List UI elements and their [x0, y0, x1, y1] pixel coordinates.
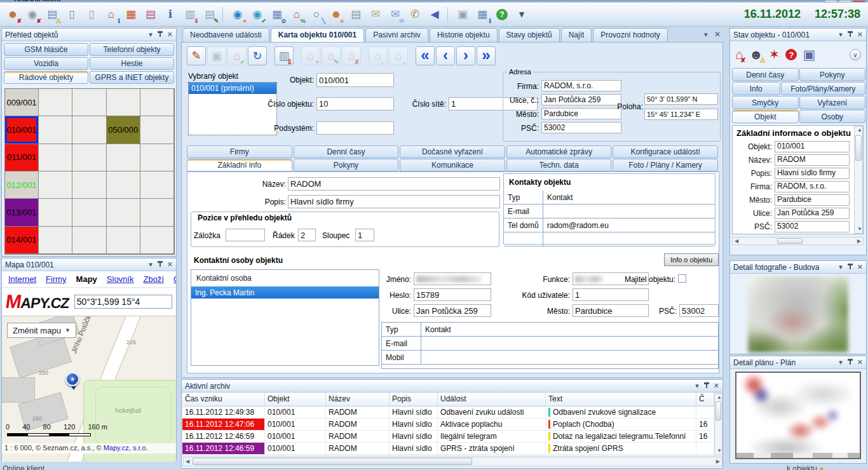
- status-button-osoby[interactable]: Osoby: [799, 110, 866, 123]
- persons-button[interactable]: ☻☻: [327, 6, 345, 24]
- grid-cell-empty[interactable]: [72, 171, 106, 199]
- grid-cell-013-001[interactable]: 013/001: [5, 199, 39, 226]
- object-contact-row[interactable]: [504, 232, 715, 246]
- owner-checkbox[interactable]: [678, 274, 686, 283]
- grid-cell-empty[interactable]: [140, 116, 174, 144]
- overview-button-telefonn-objekty[interactable]: Telefonní objekty: [90, 43, 174, 56]
- grid-cell-empty[interactable]: [107, 199, 140, 226]
- status-button-objekt[interactable]: Objekt: [732, 110, 799, 123]
- grid-cell-011-001[interactable]: 011/001: [5, 144, 39, 171]
- archive-col-ud-lost[interactable]: Událost: [438, 393, 546, 406]
- archive-row[interactable]: 16.11.2012 12:47:06010/001RADOMHlavní sí…: [182, 419, 714, 431]
- archive-pin-button[interactable]: [703, 382, 709, 389]
- person-contact-row[interactable]: E-mail: [382, 337, 718, 351]
- globe-alert-button[interactable]: ◉●: [229, 6, 247, 24]
- status-field-value[interactable]: Pardubice: [775, 194, 850, 206]
- subtab-denn-asy[interactable]: Denní časy: [294, 145, 399, 158]
- grid-cell-empty[interactable]: [72, 199, 106, 226]
- photo-close-button[interactable]: ✕: [857, 264, 863, 271]
- objects-list-button[interactable]: ▤: [142, 6, 159, 24]
- tab-pasivn-archiv[interactable]: Pasivní archiv: [365, 28, 428, 42]
- overview-button-hestie[interactable]: Hestie: [90, 57, 174, 70]
- object-map-marker[interactable]: ✶: [65, 372, 79, 386]
- first-object-button[interactable]: «: [416, 46, 435, 65]
- contact-person-list[interactable]: Kontaktní osoba Ing. Pecka Martin: [191, 269, 379, 366]
- info-button[interactable]: ℹ: [161, 6, 179, 24]
- map-menu-button[interactable]: ▾: [149, 261, 153, 268]
- name-input[interactable]: RADOM: [288, 177, 500, 191]
- row-input[interactable]: 2: [298, 229, 316, 241]
- grid-cell-empty[interactable]: [72, 89, 106, 116]
- status-pin-button[interactable]: [847, 31, 853, 38]
- subtab-foto-pl-ny-kamery[interactable]: Foto / Plány / Kamery: [613, 159, 718, 171]
- document-edit-button[interactable]: ▤✎: [201, 6, 219, 24]
- object-info-button[interactable]: Info o objektu: [664, 253, 719, 266]
- grid-cell-010-001[interactable]: 010/001: [5, 116, 39, 144]
- device-archive-button[interactable]: ▯: [63, 6, 81, 24]
- floor-plan-image[interactable]: [735, 372, 861, 459]
- status-close-button[interactable]: ✕: [857, 31, 863, 38]
- photo-pin-button[interactable]: [847, 264, 853, 271]
- archive-col-n-zev[interactable]: Název: [326, 393, 390, 406]
- person-zip-input[interactable]: 53002: [679, 304, 719, 317]
- grid-cell-009-001[interactable]: 009/001: [5, 89, 39, 116]
- tab-provozn-hodnoty[interactable]: Provozní hodnoty: [593, 28, 667, 42]
- map-link-mapy[interactable]: Mapy: [76, 274, 97, 284]
- tab-stavy-objekt-[interactable]: Stavy objektů: [499, 28, 560, 42]
- archive-col--[interactable]: Č: [696, 393, 714, 406]
- refresh-button[interactable]: ↻: [248, 46, 267, 65]
- archive-close-button[interactable]: ✕: [714, 382, 719, 389]
- status-button-pokyny[interactable]: Pokyny: [799, 68, 866, 81]
- grid-cell-empty[interactable]: [140, 199, 174, 226]
- grid-cell-empty[interactable]: [39, 89, 72, 116]
- grid-cell-empty[interactable]: [39, 199, 72, 226]
- grid-cell-empty[interactable]: [140, 89, 174, 116]
- latitude-input[interactable]: 50° 3' 01,599" N: [644, 93, 718, 105]
- overview-button-vozidla[interactable]: Vozidla: [4, 57, 88, 70]
- map-link-firmy[interactable]: Firmy: [46, 274, 67, 284]
- fax-button[interactable]: ▣: [454, 6, 471, 24]
- status-field-value[interactable]: RADOM: [775, 154, 850, 166]
- grid-cell-empty[interactable]: [140, 171, 174, 199]
- map-search-input[interactable]: 50°3'1,599 15°4: [74, 295, 172, 309]
- status-expand-button[interactable]: ∨: [850, 49, 861, 60]
- calendar-info-button[interactable]: ▦ℹ: [473, 6, 491, 24]
- person-contact-row[interactable]: Mobil: [382, 351, 718, 365]
- grid-cell-050-000[interactable]: 050/000: [107, 116, 140, 144]
- selected-object-list[interactable]: 010/001 (primární): [188, 82, 277, 135]
- selected-object-item[interactable]: 010/001 (primární): [189, 83, 276, 94]
- archive-col-text[interactable]: Text: [546, 393, 696, 406]
- device-archive2-button[interactable]: ▯: [83, 6, 100, 24]
- archive-row[interactable]: 16.11.2012 12:49:38010/001RADOMHlavní sí…: [182, 406, 714, 419]
- object-number-input[interactable]: 10: [316, 97, 394, 111]
- status-field-value[interactable]: Hlavní sídlo firmy: [775, 168, 850, 179]
- grid-cell-empty[interactable]: [72, 227, 106, 254]
- grid-cell-empty[interactable]: [39, 171, 72, 199]
- last-object-button[interactable]: »: [477, 46, 496, 65]
- grid-cell-empty[interactable]: [107, 89, 140, 116]
- password-input[interactable]: 15789: [414, 288, 491, 301]
- map-attribution-link[interactable]: Mapy.cz, s.r.o.: [104, 444, 148, 452]
- grid-cell-012-001[interactable]: 012/001: [5, 171, 39, 199]
- map-close-button[interactable]: ✕: [167, 261, 173, 268]
- overview-button-r-diov-objekty[interactable]: Rádiové objekty: [4, 71, 88, 84]
- person-street-input[interactable]: Jan Potůčka 259: [414, 304, 491, 317]
- status-button-vy-azen-[interactable]: Vyřazení: [799, 96, 866, 109]
- status-button-info[interactable]: Info: [732, 82, 780, 95]
- grid-cell-empty[interactable]: [140, 227, 174, 254]
- plan-close-button[interactable]: ✕: [857, 359, 863, 366]
- user-alarm-off-button[interactable]: ☻✘: [4, 6, 22, 24]
- tabbar-close-icon[interactable]: ✕: [714, 30, 721, 39]
- mail-button[interactable]: ✉: [367, 6, 384, 24]
- messages-button[interactable]: ✉✉: [386, 6, 404, 24]
- description-input[interactable]: Hlavní sídlo firmy: [288, 195, 500, 208]
- user-code-input[interactable]: 1: [573, 288, 649, 301]
- plan-pin-button[interactable]: [847, 359, 853, 366]
- bookmark-input[interactable]: [226, 229, 265, 241]
- street-input[interactable]: Jan Potůčka 259: [541, 94, 621, 105]
- subtab-konfigurace-ud-lost-[interactable]: Konfigurace událostí: [613, 145, 718, 158]
- overview-pin-button[interactable]: [157, 31, 163, 38]
- overview-button-gsm-hl-si-e[interactable]: GSM hlásiče: [4, 43, 88, 56]
- document-import-button[interactable]: ▥⇩: [181, 6, 199, 24]
- objects-grid-button[interactable]: ▦: [122, 6, 140, 24]
